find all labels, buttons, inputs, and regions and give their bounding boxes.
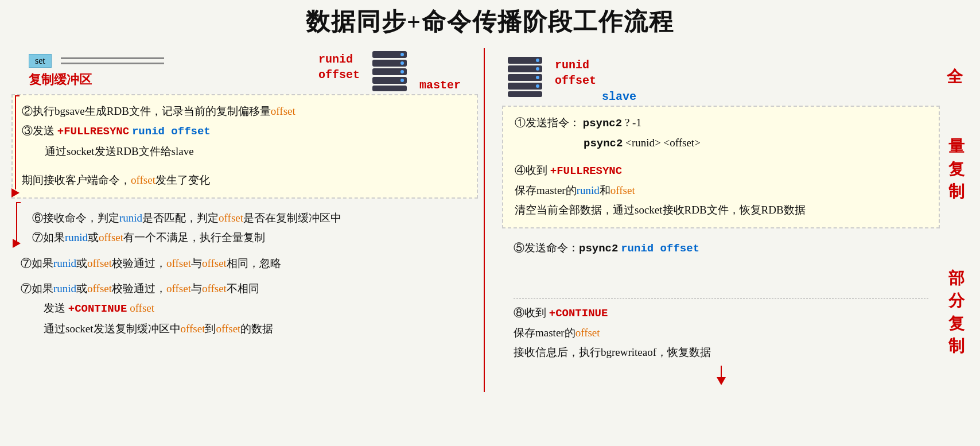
part-copy-right-label: 部 分 复 制 (940, 232, 969, 391)
right-line-7: ⑧收到 +CONTINUE (514, 304, 928, 323)
full-copy-label: 全 (947, 65, 963, 88)
left-header: set 复制缓冲区 runid offset (11, 48, 478, 94)
master-server-group: runid offset mast (318, 48, 461, 94)
slave-runid-label: runid (555, 59, 596, 72)
left-bracket-2 (13, 202, 21, 254)
buffer-line-1 (61, 57, 164, 59)
left-line-2: ③发送 +FULLRESYNC runid offset (22, 122, 468, 141)
svg-point-8 (400, 79, 404, 82)
buffer-label: 复制缓冲区 (29, 71, 92, 88)
buffer-lines (61, 57, 164, 64)
left-yellow-section: ②执行bgsave生成RDB文件，记录当前的复制偏移量offset ③发送 +F… (11, 94, 478, 199)
right-header: runid offset slave 全 (502, 48, 969, 106)
left-line-4: 期间接收客户端命令，offset发生了变化 (22, 171, 468, 189)
right-column: runid offset slave 全 ①发送指令： psync2 ? -1 (485, 48, 969, 392)
slave-offset-label: offset (555, 74, 596, 87)
svg-rect-13 (508, 91, 542, 97)
master-runid-label: runid (318, 53, 360, 66)
master-info: runid offset (318, 48, 360, 82)
master-server-icon (367, 48, 413, 94)
slave-server-group: runid offset (502, 54, 596, 100)
right-white-wrapper: ⑤发送命令：psync2 runid offset ⑧收到 +CONTINUE … (502, 232, 969, 391)
right-line-2: psync2 <runid> <offset> (515, 134, 927, 153)
left-line-1: ②执行bgsave生成RDB文件，记录当前的复制偏移量offset (22, 102, 468, 121)
svg-point-16 (536, 76, 539, 79)
page: 数据同步+命令传播阶段工作流程 set 复制缓冲区 (0, 0, 980, 446)
right-yellow-wrapper: ①发送指令： psync2 ? -1 psync2 <runid> <offse… (502, 106, 969, 232)
left-yellow-wrapper: ②执行bgsave生成RDB文件，记录当前的复制偏移量offset ③发送 +F… (11, 94, 478, 199)
left-line-3: 通过socket发送RDB文件给slave (22, 142, 468, 161)
slave-label: slave (602, 90, 636, 103)
right-line-5: 清空当前全部数据，通过socket接收RDB文件，恢复RDB数据 (515, 201, 927, 219)
set-box: set (29, 54, 52, 68)
page-title: 数据同步+命令传播阶段工作流程 (11, 6, 969, 38)
left-line-8: ⑦如果runid或offset校验通过，offset与offset不相同 (21, 280, 469, 298)
right-line-6: ⑤发送命令：psync2 runid offset (514, 239, 928, 258)
master-offset-label: offset (318, 68, 360, 82)
right-line-9: 接收信息后，执行bgrewriteaof，恢复数据 (514, 343, 928, 362)
svg-point-15 (536, 67, 539, 71)
left-white-section: ⑥接收命令，判定runid是否匹配，判定offset是否在复制缓冲区中 ⑦如果r… (11, 202, 478, 346)
svg-point-7 (400, 70, 404, 73)
left-line-10: 通过socket发送复制缓冲区中offset到offset的数据 (21, 320, 469, 338)
bottom-arrowhead (717, 377, 726, 385)
bottom-arrow-line (721, 366, 722, 377)
svg-point-5 (400, 53, 404, 56)
master-label: master (419, 79, 461, 92)
left-bracket (11, 95, 20, 197)
left-line-5: ⑥接收命令，判定runid是否匹配，判定offset是否在复制缓冲区中 (21, 209, 469, 227)
right-line-1: ①发送指令： psync2 ? -1 (515, 114, 927, 133)
left-line-9: 发送 +CONTINUE offset (21, 299, 469, 318)
left-line-6: ⑦如果runid或offset有一个不满足，执行全量复制 (21, 228, 469, 247)
buffer-line-2 (61, 63, 164, 64)
svg-point-14 (536, 59, 539, 62)
full-copy-right-label: 量 复 制 (940, 106, 969, 232)
bottom-arrowhead-wrapper (514, 377, 928, 385)
left-column: set 复制缓冲区 runid offset (11, 48, 485, 392)
right-yellow-section: ①发送指令： psync2 ? -1 psync2 <runid> <offse… (502, 106, 940, 228)
right-line-8: 保存master的offset (514, 324, 928, 342)
right-white-section: ⑤发送命令：psync2 runid offset ⑧收到 +CONTINUE … (502, 232, 940, 391)
svg-rect-4 (372, 86, 407, 91)
right-line-4: 保存master的runid和offset (515, 181, 927, 200)
left-line-7: ⑦如果runid或offset校验通过，offset与offset相同，忽略 (21, 254, 469, 273)
slave-server-icon (502, 54, 548, 100)
svg-point-6 (400, 61, 404, 65)
main-layout: set 复制缓冲区 runid offset (11, 48, 969, 392)
bottom-arrow-wrapper (514, 366, 928, 377)
right-divider (514, 298, 928, 299)
svg-point-17 (536, 84, 539, 88)
right-line-3: ④收到 +FULLRESYNC (515, 161, 927, 180)
